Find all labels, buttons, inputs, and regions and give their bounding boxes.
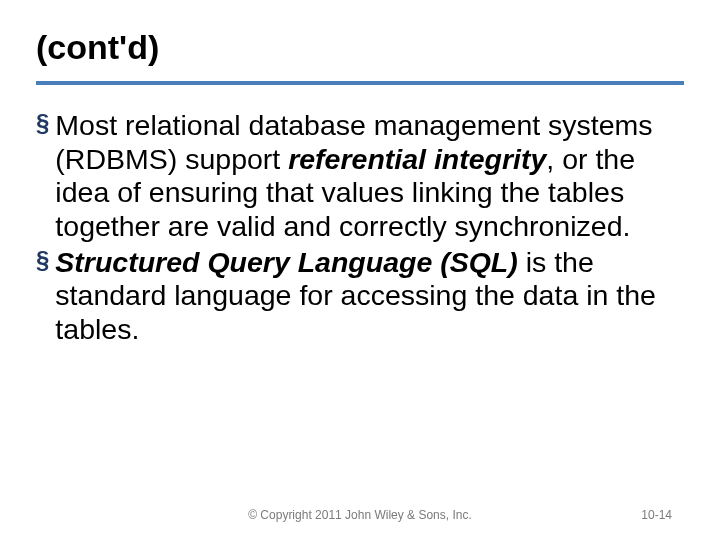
footer: © Copyright 2011 John Wiley & Sons, Inc. [0, 508, 720, 522]
bullet-item: § Structured Query Language (SQL) is the… [36, 246, 684, 347]
bullet-text: Structured Query Language (SQL) is the s… [55, 246, 684, 347]
bullet-prefix: Most [55, 109, 117, 141]
bullet-marker-icon: § [36, 246, 49, 274]
slide-content: § Most relational database management sy… [36, 109, 684, 346]
bullet-em: Structured Query Language (SQL) [55, 246, 517, 278]
bullet-em: referential integrity [288, 143, 546, 175]
page-number: 10-14 [641, 508, 672, 522]
slide-container: (cont'd) § Most relational database mana… [0, 0, 720, 540]
bullet-item: § Most relational database management sy… [36, 109, 684, 244]
title-underline [36, 81, 684, 85]
copyright-text: © Copyright 2011 John Wiley & Sons, Inc. [248, 508, 472, 522]
bullet-text: Most relational database management syst… [55, 109, 684, 244]
slide-title: (cont'd) [36, 28, 684, 67]
bullet-marker-icon: § [36, 109, 49, 137]
